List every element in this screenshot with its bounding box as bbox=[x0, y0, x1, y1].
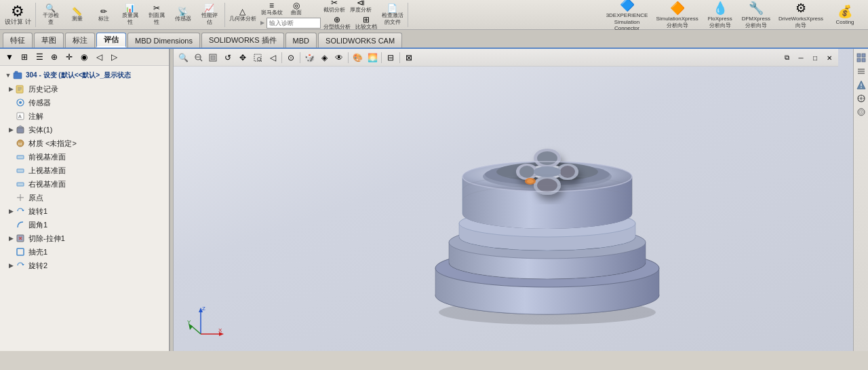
win-close-btn[interactable]: ✕ bbox=[823, 51, 836, 64]
tree-history[interactable]: ▶ 历史记录 bbox=[1, 82, 167, 96]
revolve2-label: 旋转2 bbox=[28, 261, 47, 271]
tree-fillet1[interactable]: ▶ 圆角1 bbox=[1, 218, 167, 232]
rp-icon-1[interactable] bbox=[855, 52, 867, 64]
measure-button[interactable]: 📏 测量 bbox=[64, 6, 90, 24]
vt-section-btn[interactable]: ⊠ bbox=[402, 51, 416, 64]
input-diagnostics[interactable] bbox=[267, 18, 321, 29]
surface-button[interactable]: ◎ 曲面 bbox=[285, 1, 307, 17]
3dexp-button[interactable]: 🔷 3DEXPERIENCESimulationConnector bbox=[604, 0, 651, 33]
tree-root[interactable]: ▼ 304 - 设变 (默认<<默认>_显示状态 bbox=[1, 69, 167, 82]
driveworks-icon: ⚙ bbox=[795, 1, 806, 16]
svg-text:Y: Y bbox=[187, 319, 191, 325]
geo-analysis-label: 几何体分析 bbox=[229, 16, 256, 22]
sensor-label: 传感器 bbox=[28, 98, 51, 108]
tree-annotation[interactable]: ▶ A 注解 bbox=[1, 109, 167, 123]
lp-target-icon[interactable]: ◉ bbox=[77, 50, 91, 64]
lp-list-icon[interactable]: ☰ bbox=[33, 50, 46, 64]
svg-marker-19 bbox=[22, 210, 24, 211]
tree-origin[interactable]: ▶ 原点 bbox=[1, 191, 167, 204]
tab-sketch[interactable]: 草图 bbox=[34, 33, 64, 48]
tab-mbd[interactable]: MBD bbox=[285, 33, 317, 48]
perf-eval-button[interactable]: 📈 性能评估 bbox=[197, 3, 222, 26]
compare-label: 比较文档 bbox=[355, 24, 377, 31]
dfmxpress-button[interactable]: 🔧 DFMXpress分析向导 bbox=[739, 0, 773, 30]
fillet1-icon bbox=[15, 219, 26, 230]
tree-cut-extrude1[interactable]: ▶ 切除-拉伸1 bbox=[1, 232, 167, 245]
tab-mbd-dimensions[interactable]: MBD Dimensions bbox=[127, 33, 200, 48]
lp-grid-icon[interactable]: ⊞ bbox=[18, 50, 31, 64]
vt-views-btn[interactable]: 🎲 bbox=[302, 51, 316, 64]
vt-zoomout-btn[interactable] bbox=[191, 51, 205, 64]
compare-doc-button[interactable]: ⊞ 比较文档 bbox=[353, 15, 379, 31]
check-active-icon: 📄 bbox=[387, 4, 397, 12]
tab-features[interactable]: 特征 bbox=[3, 33, 33, 48]
tree-sensor[interactable]: ▶ 传感器 bbox=[1, 96, 167, 109]
design-calc-label: 设计算 计 bbox=[5, 19, 31, 26]
cut-expander: ▶ bbox=[7, 234, 15, 242]
tab-markup[interactable]: 标注 bbox=[65, 33, 95, 48]
vt-zoomin-btn[interactable]: 🔍 bbox=[176, 51, 190, 64]
geo-analysis-button[interactable]: △ 几何体分析 bbox=[227, 6, 258, 24]
tree-material[interactable]: ▶ M 材质 <未指定> bbox=[1, 136, 167, 150]
tree-shell1[interactable]: ▶ 抽壳1 bbox=[1, 245, 167, 259]
root-icon bbox=[12, 70, 23, 81]
vt-pan-btn[interactable]: ✥ bbox=[236, 51, 250, 64]
rp-icon-5[interactable] bbox=[855, 106, 867, 118]
tree-revolve1[interactable]: ▶ 旋转1 bbox=[1, 204, 167, 218]
perf-eval-icon: 📈 bbox=[204, 4, 214, 12]
parting-label: 分型线分析 bbox=[323, 24, 351, 31]
lp-prev-icon[interactable]: ◁ bbox=[92, 50, 106, 64]
tree-front-plane[interactable]: ▶ 前视基准面 bbox=[1, 150, 167, 164]
win-maximize-btn[interactable]: □ bbox=[808, 51, 822, 64]
rp-icon-4[interactable] bbox=[855, 92, 867, 105]
simxpress-button[interactable]: 🔶 SimulationXpress分析向导 bbox=[653, 0, 701, 30]
sensor-button[interactable]: 📡 传感器 bbox=[170, 6, 196, 24]
vt-zoom-box-btn[interactable] bbox=[251, 51, 264, 64]
vt-scene-btn[interactable]: 🌅 bbox=[366, 51, 379, 64]
lp-next-icon[interactable]: ▷ bbox=[107, 50, 121, 64]
win-minimize-btn[interactable]: ─ bbox=[794, 51, 808, 64]
vt-display-btn[interactable]: ◈ bbox=[317, 51, 331, 64]
thickness-button[interactable]: ⧏ 厚度分析 bbox=[348, 0, 374, 14]
markup-label: 标注 bbox=[98, 16, 109, 22]
tree-solid[interactable]: ▶ 实体(1) bbox=[1, 123, 167, 136]
cut-icon bbox=[15, 233, 26, 244]
svg-point-50 bbox=[537, 151, 557, 165]
tree-right-plane[interactable]: ▶ 右视基准面 bbox=[1, 177, 167, 191]
tree-top-plane[interactable]: ▶ 上视基准面 bbox=[1, 164, 167, 177]
tab-evaluate[interactable]: 评估 bbox=[96, 33, 126, 48]
win-restore-btn[interactable]: ⧉ bbox=[780, 51, 793, 64]
markup-button[interactable]: ✏ 标注 bbox=[91, 6, 117, 24]
cut-label: 切除-拉伸1 bbox=[28, 234, 65, 244]
vt-back-btn[interactable]: ◁ bbox=[266, 51, 279, 64]
parting-line-button[interactable]: ⊕ 分型线分析 bbox=[321, 15, 353, 31]
tree-revolve2[interactable]: ▶ 旋转2 bbox=[1, 259, 167, 272]
sensor-icon: 📡 bbox=[178, 7, 188, 16]
vt-normal-btn[interactable]: ⊙ bbox=[284, 51, 298, 64]
interference-check-button[interactable]: 🔍 干涉检查 bbox=[38, 3, 64, 26]
tab-solidworks-addon[interactable]: SOLIDWORKS 插件 bbox=[201, 33, 284, 48]
rp-icon-2[interactable] bbox=[855, 65, 867, 77]
section-button[interactable]: ✂ 剖面属性 bbox=[144, 3, 170, 26]
vt-appear-btn[interactable]: 🎨 bbox=[351, 51, 364, 64]
cut-analysis-button[interactable]: ✂ 截切分析 bbox=[321, 0, 347, 14]
annotation-label: 注解 bbox=[28, 111, 43, 122]
rp-icon-3[interactable] bbox=[855, 79, 867, 91]
svg-text:A: A bbox=[18, 114, 22, 119]
vt-rotate-btn[interactable]: ↺ bbox=[221, 51, 235, 64]
lp-hierarchy-icon[interactable]: ⊕ bbox=[47, 50, 61, 64]
lp-filter-icon[interactable]: ▼ bbox=[3, 50, 16, 64]
check-active-button[interactable]: 📄 检查激活的文件 bbox=[380, 3, 406, 26]
tab-solidworks-cam[interactable]: SOLIDWORKS CAM bbox=[318, 33, 402, 48]
revolve2-expander: ▶ bbox=[7, 261, 15, 270]
vt-setting-btn[interactable]: ⊟ bbox=[384, 51, 397, 64]
costing-button[interactable]: 💰 Costing bbox=[829, 3, 861, 27]
quality-button[interactable]: 📊 质量属性 bbox=[117, 3, 143, 26]
zebra-button[interactable]: ≡ 斑马条纹 bbox=[259, 1, 285, 17]
design-calc-button[interactable]: ⚙ 设计算 计 bbox=[3, 3, 33, 27]
vt-fit-btn[interactable] bbox=[206, 51, 220, 64]
driveworks-button[interactable]: ⚙ DriveWorksXpress向导 bbox=[776, 0, 826, 30]
vt-hide-btn[interactable]: 👁 bbox=[332, 51, 346, 64]
floXpress-button[interactable]: 💧 FloXpress分析向导 bbox=[704, 0, 736, 30]
lp-add-icon[interactable]: ✛ bbox=[62, 50, 76, 64]
